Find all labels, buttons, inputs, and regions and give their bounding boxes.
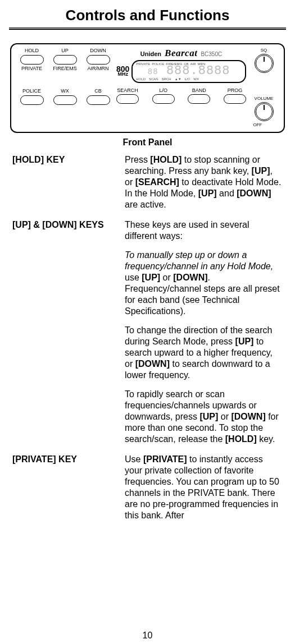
definition-paragraph: Press [HOLD] to stop scanning or searchi…: [125, 154, 283, 210]
center-button: SEARCH: [116, 88, 139, 105]
definition-term: [PRIVATE] KEY: [12, 454, 125, 465]
oval-button-icon: [188, 94, 210, 104]
oval-button-icon: [20, 55, 44, 65]
definition-term: [HOLD] KEY: [12, 154, 125, 165]
panel-button: CB: [82, 88, 114, 127]
definition-paragraph: Use [PRIVATE] to instantly access your p…: [125, 454, 283, 521]
definition-term: [UP] & [DOWN] KEYS: [12, 219, 125, 231]
mhz-tag: 800 MHz: [116, 67, 129, 77]
panel-center: Uniden Bearcat BC350C 800 MHz PRIVATEPOL…: [114, 48, 248, 127]
panel-button: UPFIRE/EMS: [49, 48, 81, 87]
panel-button: DOWNAIR/MRN: [82, 48, 114, 87]
model-text: BC350C: [201, 51, 222, 57]
definition-row: [UP] & [DOWN] KEYSThese keys are used in…: [12, 219, 283, 445]
oval-button-icon: [53, 55, 77, 65]
lcd-status-label: WX: [193, 77, 199, 81]
title-rule: [9, 27, 286, 30]
panel-right-knobs: SQ VOLUME OFF: [248, 48, 279, 127]
lcd-channel: 88: [148, 67, 158, 76]
off-label: OFF: [253, 122, 262, 127]
definitions-list: [HOLD] KEYPress [HOLD] to stop scanning …: [0, 154, 295, 521]
page-title: Controls and Functions: [0, 7, 295, 24]
oval-button-icon: [20, 95, 44, 105]
squelch-knob-icon: [255, 54, 274, 73]
lcd-status-label: SRCH: [162, 77, 171, 81]
oval-button-icon: [87, 55, 110, 65]
panel-button: HOLDPRIVATE: [16, 48, 48, 87]
lcd-display: PRIVATEPOLICEFIRE/EMGCBAIRMRN 88 888.888…: [131, 60, 246, 83]
panel-button: POLICE: [16, 88, 48, 127]
definition-body: These keys are used in several different…: [125, 219, 283, 445]
definition-paragraph: These keys are used in several different…: [125, 219, 283, 242]
lcd-status-label: SCAN: [149, 77, 158, 81]
volume-knob-icon: [255, 102, 274, 121]
oval-button-icon: [116, 94, 139, 104]
lcd-status-label: L/O: [185, 77, 190, 81]
definition-row: [HOLD] KEYPress [HOLD] to stop scanning …: [12, 154, 283, 210]
lcd-status-label: ▲▼: [175, 77, 181, 81]
page-number: 10: [0, 631, 295, 641]
scanner-panel-illustration: HOLDPRIVATEUPFIRE/EMSDOWNAIR/MRNPOLICEWX…: [10, 43, 285, 133]
brand-text: Uniden: [140, 50, 161, 57]
oval-button-icon: [152, 94, 175, 104]
oval-button-icon: [87, 95, 110, 105]
sq-label: SQ: [261, 48, 267, 53]
oval-button-icon: [224, 94, 246, 104]
lcd-frequency: 888.8888: [166, 64, 230, 78]
definition-body: Press [HOLD] to stop scanning or searchi…: [125, 154, 283, 210]
definition-paragraph: To rapidly search or scan frequencies/ch…: [125, 389, 283, 445]
panel-button: WX: [49, 88, 81, 127]
volume-label: VOLUME: [255, 96, 274, 101]
oval-button-icon: [53, 95, 77, 105]
center-button: PROG: [224, 88, 246, 105]
definition-row: [PRIVATE] KEYUse [PRIVATE] to instantly …: [12, 454, 283, 521]
definition-body: Use [PRIVATE] to instantly access your p…: [125, 454, 283, 521]
definition-paragraph: To change the direction of the search du…: [125, 325, 283, 381]
center-button: BAND: [188, 88, 210, 105]
lcd-status-label: HOLD: [136, 77, 146, 81]
panel-caption: Front Panel: [0, 137, 295, 148]
center-button: L/O: [152, 88, 175, 105]
panel-left-buttons: HOLDPRIVATEUPFIRE/EMSDOWNAIR/MRNPOLICEWX…: [16, 48, 114, 127]
bearcat-logo: Bearcat: [165, 48, 197, 59]
definition-paragraph: To manually step up or down a frequency/…: [125, 250, 283, 317]
